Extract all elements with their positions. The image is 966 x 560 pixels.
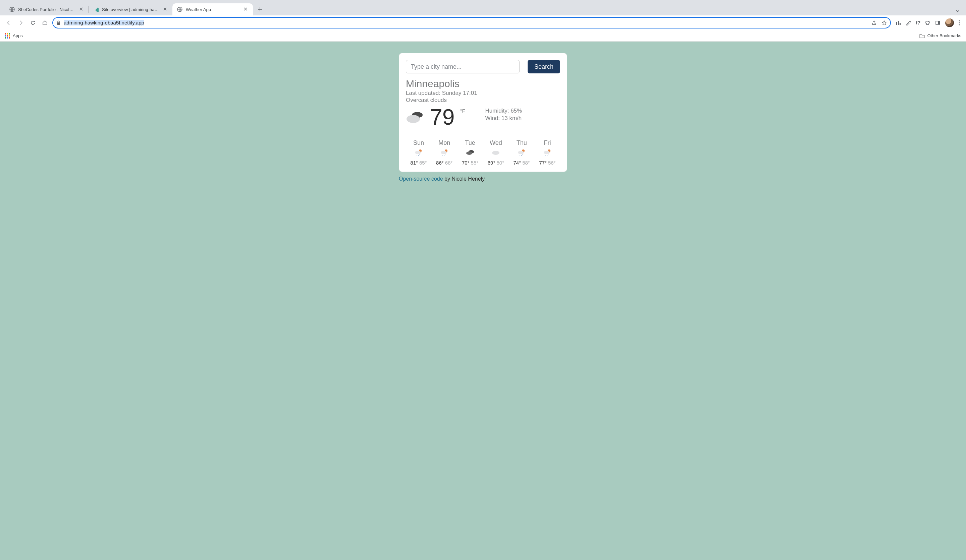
tab-title: SheCodes Portfolio - Nicole He [18,7,76,12]
svg-point-29 [519,155,520,156]
svg-point-16 [417,155,417,156]
svg-point-20 [441,151,447,154]
eyedropper-icon[interactable] [905,20,911,25]
forecast-day: Wed 69°50° [484,139,508,165]
tab-netlify[interactable]: Site overview | admiring-hawki [89,3,172,15]
forecast-hi: 81° [410,160,418,165]
other-bookmarks-label: Other Bookmarks [927,33,961,38]
city-input[interactable] [406,60,519,74]
svg-point-28 [518,151,524,154]
svg-point-11 [959,24,959,25]
back-button[interactable] [4,18,13,28]
svg-rect-5 [898,21,899,25]
extensions-area: f? [894,18,962,27]
open-source-link[interactable]: Open-source code [399,176,443,182]
svg-rect-4 [896,22,897,25]
other-bookmarks[interactable]: Other Bookmarks [919,33,961,38]
forecast-hi: 69° [488,160,495,165]
forecast-lo: 68° [445,160,453,165]
tabs-menu-button[interactable] [955,9,960,13]
tab-shecodes[interactable]: SheCodes Portfolio - Nicole He [5,3,89,15]
home-button[interactable] [40,18,50,28]
extensions-icon[interactable] [925,20,930,25]
globe-icon [9,7,15,12]
svg-point-15 [415,151,421,154]
search-button[interactable]: Search [527,60,560,74]
svg-point-21 [442,155,443,156]
close-icon[interactable] [163,7,168,12]
profile-avatar[interactable] [945,18,954,27]
close-icon[interactable] [79,7,84,12]
credit-author: by Nicole Henely [443,176,485,182]
svg-point-13 [406,115,420,123]
star-icon[interactable] [882,20,887,25]
page-body: Search Minneapolis Last updated: Sunday … [0,41,966,560]
tab-strip: SheCodes Portfolio - Nicole He Site over… [0,0,966,15]
forecast-day: Tue 70°55° [458,139,482,165]
svg-rect-8 [938,21,940,25]
apps-icon[interactable] [5,33,10,39]
extension-bars-icon[interactable] [895,20,901,25]
svg-point-18 [419,154,420,155]
cloud-icon [491,149,501,157]
humidity: Humidity: 65% [485,107,522,115]
forecast-day-name: Tue [465,139,475,146]
netlify-icon [93,7,99,12]
lock-icon [56,20,61,25]
whatfont-icon[interactable]: f? [916,20,920,25]
forecast-day-name: Mon [439,139,450,146]
url-text: admiring-hawking-ebaa5f.netlify.app [64,20,869,25]
new-tab-button[interactable] [255,4,265,15]
rain-sun-icon [439,149,449,157]
forecast-lo: 56° [548,160,556,165]
rain-sun-icon [542,149,552,157]
forecast-day: Sun 81°65° [406,139,431,165]
forecast-day-name: Sun [413,139,424,146]
bookmarks-bar: Apps Other Bookmarks [0,30,966,41]
weather-card: Search Minneapolis Last updated: Sunday … [399,53,567,172]
sidepanel-icon[interactable] [935,20,941,25]
share-icon[interactable] [871,20,877,25]
forecast-lo: 58° [522,160,530,165]
svg-point-22 [444,155,444,156]
svg-rect-6 [900,23,900,25]
svg-point-35 [547,155,547,156]
chrome-menu-button[interactable] [959,20,960,25]
current-weather: 79 °F Humidity: 65% Wind: 13 km/h [406,106,560,128]
svg-rect-3 [57,23,60,25]
forecast-lo: 65° [419,160,427,165]
forecast-day: Mon 86°68° [432,139,457,165]
forecast-lo: 55° [471,160,479,165]
forecast-hi: 70° [462,160,470,165]
svg-point-10 [959,22,959,23]
reload-button[interactable] [28,18,38,28]
forecast-day-name: Fri [544,139,551,146]
svg-rect-1 [95,7,99,12]
apps-label[interactable]: Apps [13,33,23,38]
forecast-hi: 74° [514,160,521,165]
city-name: Minneapolis [406,78,560,90]
rain-sun-icon [517,149,527,157]
folder-icon [919,33,925,38]
tab-weather-app[interactable]: Weather App [172,3,253,15]
forward-button[interactable] [16,18,25,28]
conditions: Overcast clouds [406,97,560,103]
close-icon[interactable] [243,7,248,12]
svg-point-17 [418,155,419,156]
tab-title: Site overview | admiring-hawki [102,7,159,12]
svg-point-36 [548,154,549,155]
credit-line: Open-source code by Nicole Henely [399,176,567,182]
wind: Wind: 13 km/h [485,115,522,122]
overcast-icon [406,110,426,124]
temp-unit: °F [460,108,465,114]
svg-point-26 [492,151,499,155]
svg-point-34 [545,155,546,156]
forecast-lo: 50° [496,160,504,165]
svg-point-25 [466,151,472,155]
browser-chrome: SheCodes Portfolio - Nicole He Site over… [0,0,966,41]
dark-cloud-icon [465,149,475,157]
svg-point-31 [522,154,522,155]
rain-sun-icon [414,149,424,157]
address-bar[interactable]: admiring-hawking-ebaa5f.netlify.app [52,17,891,28]
toolbar: admiring-hawking-ebaa5f.netlify.app f? [0,15,966,30]
